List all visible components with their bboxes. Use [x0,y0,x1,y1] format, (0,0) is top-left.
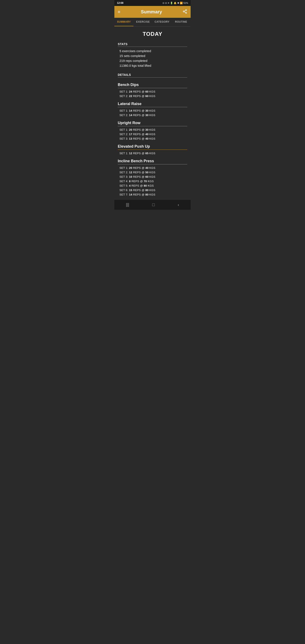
app-header: ≡ Summary [114,6,190,18]
details-divider [118,77,187,78]
bench-dips-divider [118,88,187,88]
stats-section-label: STATS [114,41,190,46]
upright-row-set-3: SET 3: 13 REPS @ 40 KGS [114,136,190,141]
upright-row-set-1: SET 1: 20 REPS @ 30 KGS [114,128,190,132]
incline-bench-press-set-1: SET 1: 20 REPS @ 40 KGS [114,166,190,170]
status-icons: ⊙ ⊙ ✕ 🔋 🔔 ✱ 📶 51% [162,2,188,4]
lateral-raise-set-2: SET 2: 14 REPS @ 30 KGS [114,113,190,117]
incline-bench-press-set-2: SET 2: 12 REPS @ 50 KGS [114,170,190,174]
today-heading: TODAY [114,26,190,41]
bench-dips-set-1: SET 1: 24 REPS @ 60 KGS [114,90,190,94]
tab-routine[interactable]: ROUTINE [172,18,190,26]
stat-weight: 11380.0 kgs total lifted [114,63,190,68]
status-right: ⊙ ⊙ ✕ 🔋 🔔 ✱ 📶 51% [162,2,188,4]
lateral-raise-set-1: SET 1: 14 REPS @ 30 KGS [114,108,190,113]
incline-bench-press-divider [118,164,187,164]
status-time: 12:08 [117,2,124,4]
tab-summary[interactable]: SUMMARY [114,18,134,26]
page-title: Summary [141,9,162,14]
svg-line-3 [184,12,186,12]
stats-divider [118,46,187,47]
tab-exercise[interactable]: EXERCISE [134,18,152,26]
stat-reps: 219 reps completed [114,58,190,63]
upright-row-divider [118,126,187,126]
incline-bench-press-set-4: SET 4: 8 REPS @ 70 KGS [114,179,190,184]
exercise-name-elevated-push-up: Elevated Push Up [114,141,190,150]
elevated-push-up-set-1: SET 1: 12 REPS @ 65 KGS [114,151,190,156]
incline-bench-press-set-5: SET 5: 4 REPS @ 80 KGS [114,184,190,188]
incline-bench-press-set-7: SET 7: 14 REPS @ 80 KGS [114,192,190,200]
upright-row-set-2: SET 2: 17 REPS @ 40 KGS [114,132,190,136]
status-bar: 12:08 ⊙ ⊙ ✕ 🔋 🔔 ✱ 📶 51% [114,0,190,6]
exercise-name-bench-dips: Bench Dips [114,79,190,88]
incline-bench-press-set-3: SET 3: 10 REPS @ 60 KGS [114,174,190,179]
stat-exercises: 5 exercises completed [114,48,190,54]
nav-back-icon[interactable]: ‹ [178,202,179,207]
exercise-name-upright-row: Upright Row [114,117,190,126]
nav-menu-icon[interactable]: ||| [126,202,129,207]
stat-sets: 15 sets completed [114,54,190,58]
share-icon[interactable] [182,9,187,15]
nav-home-icon[interactable]: □ [152,202,154,207]
menu-icon[interactable]: ≡ [118,10,120,14]
bench-dips-set-2: SET 2: 22 REPS @ 60 KGS [114,94,190,98]
bottom-nav: ||| □ ‹ [114,200,190,210]
exercise-name-incline-bench-press: Incline Bench Press [114,156,190,164]
tab-category[interactable]: CATEGORY [152,18,172,26]
svg-line-4 [184,10,186,11]
details-section-label: DETAILS [114,72,190,77]
incline-bench-press-set-6: SET 6: 15 REPS @ 80 KGS [114,188,190,192]
tab-bar: SUMMARY EXERCISE CATEGORY ROUTINE [114,18,190,26]
exercise-name-lateral-raise: Lateral Raise [114,98,190,107]
lateral-raise-divider [118,107,187,107]
main-content: TODAY STATS 5 exercises completed 15 set… [114,26,190,200]
elevated-push-up-divider [118,150,187,150]
